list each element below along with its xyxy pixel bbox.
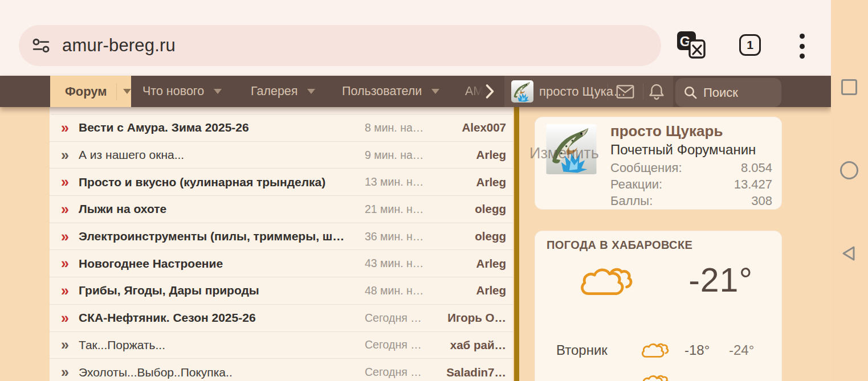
thread-time: Сегодня … — [365, 366, 434, 379]
thread-time: Сегодня … — [365, 338, 434, 351]
thread-chevron-icon: » — [61, 202, 79, 216]
thread-chevron-icon: » — [61, 256, 79, 271]
thread-chevron-icon: » — [61, 365, 79, 379]
recents-square-button[interactable] — [837, 75, 862, 100]
stat-value[interactable]: 8.054 — [741, 161, 772, 175]
site-settings-tune-icon[interactable] — [31, 36, 51, 55]
user-menu[interactable]: просто Щука… — [504, 76, 673, 107]
divider — [608, 83, 608, 100]
forecast-low: -24° — [729, 342, 754, 358]
thread-chevron-icon: » — [61, 338, 79, 352]
stat-reactions: Реакции: 13.427 — [610, 177, 772, 192]
profile-card: Изменить просто Щукарь Почетный Форумчан… — [535, 117, 782, 210]
chevron-down-icon[interactable] — [431, 89, 439, 94]
avatar[interactable] — [511, 80, 533, 103]
thread-last-user[interactable]: Arleg — [434, 284, 506, 297]
forecast-high: -18° — [684, 342, 710, 358]
expand-chevron-icon[interactable] — [485, 84, 495, 99]
thread-title[interactable]: А из нашего окна... — [79, 148, 365, 162]
chevron-down-icon[interactable] — [214, 89, 222, 94]
thread-time: 8 мин. на… — [365, 121, 434, 134]
nav-item-gallery[interactable]: Галерея — [251, 76, 315, 107]
thread-list: » Вести с Амура. Зима 2025-26 8 мин. на…… — [50, 107, 513, 381]
thread-row[interactable]: » СКА-Нефтяник. Сезон 2025-26 Сегодня … … — [50, 305, 513, 332]
tab-forum-label: Форум — [50, 84, 107, 99]
thread-last-user[interactable]: Arleg — [434, 175, 506, 189]
thread-row-cutoff — [51, 107, 512, 114]
thread-time: Сегодня … — [365, 312, 434, 325]
thread-chevron-icon: » — [61, 121, 79, 135]
page-content: » Вести с Амура. Зима 2025-26 8 мин. на…… — [0, 107, 831, 381]
thread-time: 36 мин. н… — [365, 230, 434, 243]
thread-last-user[interactable]: Игорь О… — [434, 311, 506, 325]
profile-name[interactable]: просто Щукарь — [610, 122, 723, 140]
search-button[interactable]: Поиск — [675, 78, 781, 107]
thread-row[interactable]: » Вести с Амура. Зима 2025-26 8 мин. на…… — [50, 114, 513, 142]
thread-row[interactable]: » Электроинструменты (пилы, триммеры, ш…… — [50, 223, 513, 251]
thread-title[interactable]: Вести с Амура. Зима 2025-26 — [79, 121, 365, 134]
google-translate-icon[interactable]: G — [676, 30, 706, 60]
thread-last-user[interactable]: olegg — [434, 202, 506, 216]
thread-last-user[interactable]: Alex007 — [434, 121, 506, 134]
profile-rank: Почетный Форумчанин — [610, 142, 756, 158]
forum-navbar: Форум Что нового Галерея Пользователи АМ — [0, 76, 831, 107]
thread-title[interactable]: Просто и вкусно (кулинарная трынделка) — [79, 175, 365, 189]
thread-title[interactable]: Новогоднее Настроение — [79, 257, 365, 271]
thread-title[interactable]: Лыжи на охоте — [79, 202, 365, 216]
tab-switcher-button[interactable]: 1 — [739, 34, 761, 56]
thread-row[interactable]: » Просто и вкусно (кулинарная трынделка)… — [50, 169, 513, 196]
weather-title: ПОГОДА В ХАБАРОВСКЕ — [547, 239, 692, 252]
thread-last-user[interactable]: olegg — [434, 230, 506, 243]
weather-current: -21° — [535, 261, 783, 306]
three-dot-menu-icon[interactable] — [798, 34, 805, 59]
thread-title[interactable]: СКА-Нефтяник. Сезон 2025-26 — [79, 311, 365, 325]
mail-icon[interactable] — [616, 85, 634, 99]
thread-row[interactable]: » Так...Поржать... Сегодня … хаб рай… — [50, 332, 513, 359]
clouds-icon — [641, 341, 670, 359]
thread-row[interactable]: » Новогоднее Настроение 43 мин. н… Arleg — [50, 250, 513, 277]
forecast-row: Вторник -18° -24° — [535, 339, 783, 362]
phone-screen: amur-bereg.ru G 1 Форум Что нового Галер… — [0, 0, 868, 381]
thread-chevron-icon: » — [61, 175, 79, 189]
thread-chevron-icon: » — [61, 284, 79, 298]
stat-value[interactable]: 308 — [751, 194, 772, 208]
thread-row[interactable]: » А из нашего окна... 9 мин. на… Arleg — [50, 142, 513, 169]
current-temp: -21° — [688, 261, 753, 300]
thread-title[interactable]: Электроинструменты (пилы, триммеры, ш… — [79, 230, 365, 243]
thread-title[interactable]: Грибы, Ягоды, Дары природы — [79, 284, 365, 297]
thread-last-user[interactable]: Arleg — [434, 257, 506, 271]
bell-icon[interactable] — [649, 83, 665, 100]
clouds-icon — [641, 372, 670, 381]
url-text[interactable]: amur-bereg.ru — [62, 35, 176, 56]
stat-points: Баллы: 308 — [610, 194, 772, 208]
thread-title[interactable]: Эхолоты...Выбор..Покупка.. — [79, 366, 365, 379]
thread-row[interactable]: » Грибы, Ягоды, Дары природы 48 мин. н… … — [50, 277, 513, 305]
thread-last-user[interactable]: Arleg — [434, 148, 506, 162]
stat-value[interactable]: 13.427 — [734, 177, 772, 192]
thread-title[interactable]: Так...Поржать... — [79, 338, 365, 352]
nav-item-users[interactable]: Пользователи — [342, 76, 439, 107]
nav-item-whats-new[interactable]: Что нового — [142, 76, 222, 107]
tab-forum[interactable]: Форум — [50, 76, 131, 107]
clouds-icon — [578, 263, 635, 298]
thread-last-user[interactable]: Saladin7… — [434, 366, 506, 379]
back-triangle-button[interactable] — [837, 241, 862, 266]
avatar-edit-overlay[interactable]: Изменить — [529, 145, 599, 162]
thread-row[interactable]: » Эхолоты...Выбор..Покупка.. Сегодня … S… — [50, 359, 513, 381]
thread-time: 48 мин. н… — [365, 284, 434, 297]
url-bar[interactable]: amur-bereg.ru — [19, 25, 661, 66]
username-label: просто Щука… — [539, 76, 626, 107]
thread-time: 13 мин. н… — [365, 175, 434, 189]
chevron-down-icon[interactable] — [307, 89, 315, 94]
search-label: Поиск — [703, 85, 738, 100]
divider — [643, 83, 643, 100]
chevron-down-icon[interactable] — [123, 89, 131, 94]
thread-chevron-icon: » — [61, 230, 79, 244]
thread-row[interactable]: » Лыжи на охоте 21 мин. н… olegg — [50, 196, 513, 223]
home-circle-button[interactable] — [837, 158, 862, 183]
thread-last-user[interactable]: хаб рай… — [434, 338, 506, 352]
thread-chevron-icon: » — [61, 148, 79, 162]
weather-widget: ПОГОДА В ХАБАРОВСКЕ -21° Вторник -18° -2… — [535, 231, 782, 381]
nav-item-truncated[interactable]: АМ — [465, 76, 483, 107]
scrollbar[interactable] — [514, 107, 519, 381]
